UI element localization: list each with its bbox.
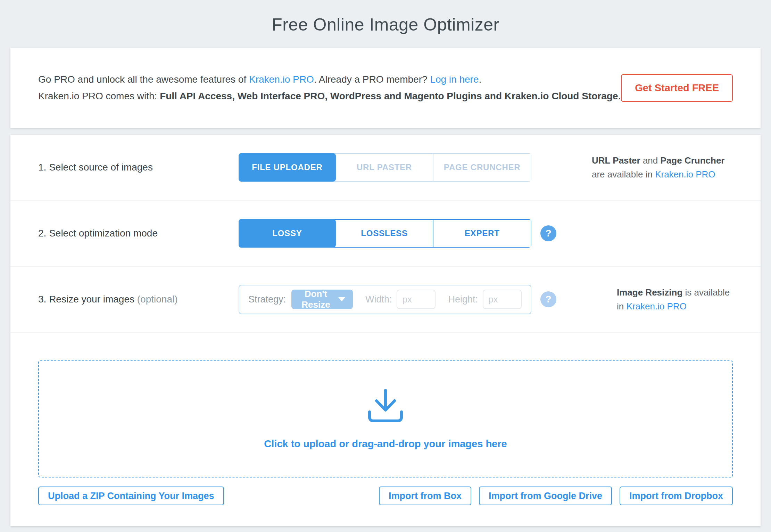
step-select-mode: 2. Select optimization mode LOSSY LOSSLE…	[10, 201, 761, 267]
upload-zip-button[interactable]: Upload a ZIP Containing Your Images	[38, 487, 224, 505]
tab-lossy[interactable]: LOSSY	[239, 219, 336, 248]
get-started-free-button[interactable]: Get Started FREE	[621, 74, 733, 102]
dropzone-label: Click to upload or drag-and-drop your im…	[264, 438, 507, 450]
step-select-source: 1. Select source of images FILE UPLOADER…	[10, 135, 761, 201]
tab-lossless[interactable]: LOSSLESS	[336, 220, 433, 247]
tab-file-uploader[interactable]: FILE UPLOADER	[239, 153, 336, 182]
tab-expert[interactable]: EXPERT	[433, 220, 531, 247]
tab-page-cruncher[interactable]: PAGE CRUNCHER	[433, 154, 531, 181]
width-input[interactable]	[397, 290, 436, 309]
kraken-pro-link[interactable]: Kraken.io PRO	[655, 169, 715, 180]
height-input[interactable]	[483, 290, 522, 309]
tab-url-paster[interactable]: URL PASTER	[336, 154, 433, 181]
login-link[interactable]: Log in here	[430, 74, 479, 85]
upload-arrow-icon	[365, 388, 406, 426]
action-buttons-row: Upload a ZIP Containing Your Images Impo…	[38, 487, 733, 505]
mode-tab-group: LOSSY LOSSLESS EXPERT	[239, 219, 531, 248]
optional-hint: (optional)	[137, 294, 178, 305]
pro-features-list: Full API Access, Web Interface PRO, Word…	[160, 91, 618, 101]
import-box-button[interactable]: Import from Box	[379, 487, 471, 505]
resize-pro-note: Image Resizing is available in Kraken.io…	[617, 285, 733, 313]
step-mode-label: 2. Select optimization mode	[38, 228, 239, 239]
import-dropbox-button[interactable]: Import from Dropbox	[620, 487, 733, 505]
mode-help-icon[interactable]: ?	[540, 225, 556, 241]
chevron-down-icon	[338, 297, 345, 301]
resize-help-icon[interactable]: ?	[540, 291, 556, 307]
strategy-dropdown[interactable]: Don't Resize	[291, 290, 353, 309]
height-label: Height:	[448, 294, 478, 305]
import-google-drive-button[interactable]: Import from Google Drive	[479, 487, 612, 505]
upload-dropzone[interactable]: Click to upload or drag-and-drop your im…	[38, 360, 733, 477]
optimizer-panel: 1. Select source of images FILE UPLOADER…	[10, 135, 761, 526]
step-resize-label: 3. Resize your images (optional)	[38, 294, 239, 305]
kraken-pro-link[interactable]: Kraken.io PRO	[626, 301, 686, 311]
pro-banner: Go PRO and unlock all the awesome featur…	[10, 48, 761, 128]
page-title: Free Online Image Optimizer	[0, 0, 771, 48]
pro-line1-text: Go PRO and unlock all the awesome featur…	[38, 74, 249, 85]
source-tab-group: FILE UPLOADER URL PASTER PAGE CRUNCHER	[239, 153, 531, 182]
step-source-label: 1. Select source of images	[38, 162, 239, 173]
width-label: Width:	[365, 294, 392, 305]
resize-controls: Strategy: Don't Resize Width: Height:	[239, 285, 531, 314]
strategy-label: Strategy:	[248, 294, 286, 305]
kraken-pro-link[interactable]: Kraken.io PRO	[249, 74, 314, 85]
pro-banner-line1: Go PRO and unlock all the awesome featur…	[38, 71, 621, 88]
pro-banner-text: Go PRO and unlock all the awesome featur…	[38, 71, 621, 105]
source-pro-note: URL Paster and Page Cruncher are availab…	[592, 153, 733, 181]
pro-banner-line2: Kraken.io PRO comes with: Full API Acces…	[38, 88, 621, 105]
step-resize: 3. Resize your images (optional) Strateg…	[10, 267, 761, 333]
strategy-selected-value: Don't Resize	[299, 289, 333, 310]
